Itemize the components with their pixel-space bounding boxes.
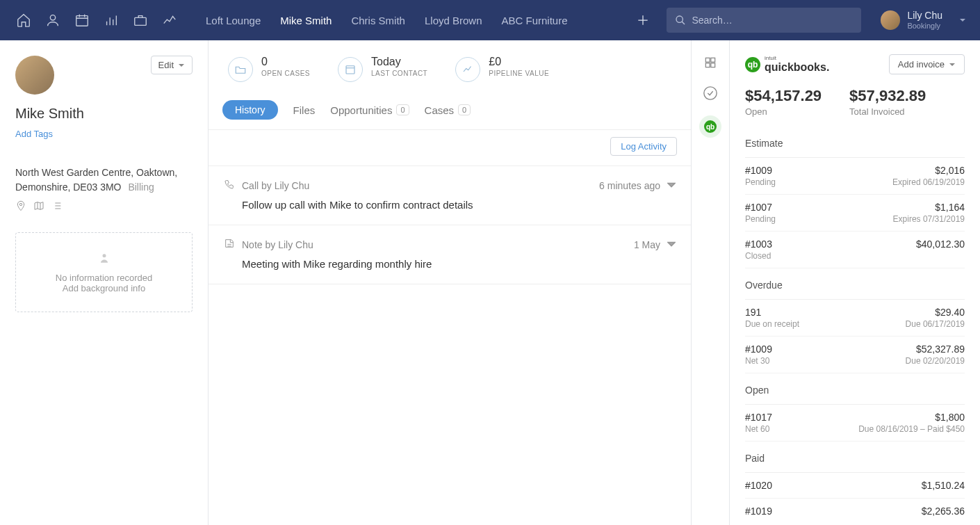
right-rail: qb: [691, 40, 730, 525]
top-nav: Loft LoungeMike SmithChris SmithLloyd Br…: [0, 0, 980, 40]
list-icon[interactable]: [51, 200, 63, 211]
stat-open-cases[interactable]: 0OPEN CASES: [228, 56, 310, 82]
qb-item-amount: $40,012.30: [916, 239, 965, 250]
add-icon[interactable]: [633, 10, 653, 30]
map-icon[interactable]: [33, 200, 44, 211]
note-icon: [224, 238, 235, 251]
svg-rect-1: [76, 16, 88, 26]
contact-address: North West Garden Centre, Oaktown, Demon…: [15, 165, 193, 195]
svg-rect-2: [135, 17, 147, 25]
qb-item-amount: $1,164: [893, 202, 965, 213]
qb-item[interactable]: #1020 $1,510.24: [745, 473, 965, 499]
qb-item[interactable]: #1017 Net 60 $1,800 Due 08/16/2019 – Pai…: [745, 405, 965, 442]
qb-item[interactable]: #1009 Pending $2,016 Expired 06/19/2019: [745, 158, 965, 195]
nav-tab[interactable]: Loft Lounge: [206, 2, 261, 39]
address-line1: North West Garden Centre, Oaktown,: [15, 165, 193, 180]
edit-button[interactable]: Edit: [151, 56, 193, 74]
activity-item[interactable]: Call by Lily Chu 6 minutes ago Follow up…: [209, 166, 691, 225]
svg-point-5: [102, 254, 106, 257]
qb-item-id: #1009: [745, 165, 776, 176]
activity-time: 6 minutes ago: [599, 180, 660, 191]
nav-icons: [14, 10, 179, 30]
svg-point-3: [676, 16, 683, 22]
log-activity-button[interactable]: Log Activity: [610, 137, 677, 156]
qb-item-status: Due on receipt: [745, 319, 799, 329]
stat-last-contact[interactable]: TodayLAST CONTACT: [338, 56, 427, 82]
chart-icon[interactable]: [160, 10, 179, 30]
search-icon: [675, 15, 686, 26]
chevron-down-icon[interactable]: [667, 180, 676, 191]
address-badge: Billing: [128, 181, 154, 193]
add-tags-link[interactable]: Add Tags: [15, 129, 53, 139]
qb-item[interactable]: #1019 $2,265.36: [745, 499, 965, 524]
svg-rect-7: [705, 58, 710, 62]
qb-item-id: #1019: [745, 506, 772, 517]
contact-name: Mike Smith: [15, 106, 193, 122]
activity-title: Note by Lily Chu: [242, 239, 627, 250]
nav-tab[interactable]: Mike Smith: [280, 2, 332, 39]
quickbooks-panel: qb intuit quickbooks. Add invoice $54,15…: [730, 40, 980, 525]
address-line2: Demonshire, DE03 3MO: [15, 181, 122, 193]
qb-item[interactable]: 191 Due on receipt $29.40 Due 06/17/2019: [745, 300, 965, 337]
briefcase-icon[interactable]: [131, 10, 150, 30]
add-invoice-button[interactable]: Add invoice: [889, 54, 965, 74]
phone-icon: [224, 179, 235, 192]
svg-point-4: [19, 203, 22, 205]
tab-cases[interactable]: Cases 0: [425, 104, 471, 116]
qb-item-status: Pending: [745, 214, 776, 224]
home-icon[interactable]: [14, 10, 33, 30]
calendar-icon[interactable]: [72, 10, 92, 30]
nav-tabs: Loft LoungeMike SmithChris SmithLloyd Br…: [206, 2, 568, 39]
person-placeholder-icon: [97, 251, 111, 265]
tab-opportunities[interactable]: Opportunities 0: [330, 104, 409, 116]
user-name: Lily Chu: [907, 10, 942, 22]
grid-icon[interactable]: [702, 54, 719, 71]
qb-item-id: #1020: [745, 480, 772, 491]
qb-item[interactable]: #1007 Pending $1,164 Expires 07/31/2019: [745, 195, 965, 232]
contact-avatar[interactable]: [15, 56, 54, 95]
qb-item-status: Closed: [745, 251, 772, 261]
person-icon[interactable]: [43, 10, 63, 30]
chevron-down-icon: [178, 62, 185, 69]
search-input[interactable]: [692, 15, 853, 26]
background-info-box[interactable]: No information recorded Add background i…: [15, 232, 193, 312]
qb-item-due: Due 08/16/2019 – Paid $450: [858, 424, 965, 434]
qb-section-head: Overdue: [745, 273, 965, 300]
chevron-down-icon: [949, 61, 956, 68]
qb-item[interactable]: #1003 Closed $40,012.30: [745, 232, 965, 268]
qb-sections: Estimate #1009 Pending $2,016 Expired 06…: [745, 131, 965, 524]
open-label: Open: [745, 106, 822, 117]
nav-tab[interactable]: ABC Furniture: [502, 2, 568, 39]
log-activity-row: Log Activity: [209, 129, 691, 166]
edit-label: Edit: [158, 60, 174, 70]
qb-item-id: #1003: [745, 239, 772, 250]
qb-item[interactable]: #1009 Net 30 $52,327.89 Due 02/20/2019: [745, 337, 965, 373]
qb-section-head: Open: [745, 378, 965, 405]
qb-item-due: Expires 07/31/2019: [893, 214, 965, 224]
search-box[interactable]: [667, 8, 861, 33]
quickbooks-logo: qb intuit quickbooks.: [745, 56, 829, 74]
qb-totals: $54,157.29 Open $57,932.89 Total Invoice…: [745, 87, 965, 117]
stat-pipeline[interactable]: £0PIPELINE VALUE: [455, 56, 549, 82]
nav-tab[interactable]: Lloyd Brown: [425, 2, 482, 39]
check-circle-icon[interactable]: [702, 85, 719, 102]
bars-icon[interactable]: [101, 10, 121, 30]
total-amount: $57,932.89: [849, 87, 926, 105]
tab-files[interactable]: Files: [293, 104, 316, 116]
svg-point-0: [50, 15, 55, 20]
quickbooks-rail-icon[interactable]: qb: [699, 115, 721, 138]
svg-rect-6: [346, 66, 354, 74]
qb-item-status: Net 30: [745, 356, 772, 366]
activity-list: Call by Lily Chu 6 minutes ago Follow up…: [209, 166, 691, 284]
activity-item[interactable]: Note by Lily Chu 1 May Meeting with Mike…: [209, 225, 691, 284]
tab-history[interactable]: History: [222, 100, 278, 120]
qb-item-status: Net 60: [745, 424, 772, 434]
activity-body: Meeting with Mike regarding monthly hire: [242, 258, 676, 270]
folder-icon: [234, 63, 247, 76]
user-menu[interactable]: Lily Chu Bookingly: [881, 10, 966, 31]
caret-down-icon: [959, 15, 966, 26]
qb-item-id: #1007: [745, 202, 776, 213]
chevron-down-icon[interactable]: [667, 239, 676, 250]
pin-icon[interactable]: [15, 200, 26, 211]
nav-tab[interactable]: Chris Smith: [351, 2, 405, 39]
